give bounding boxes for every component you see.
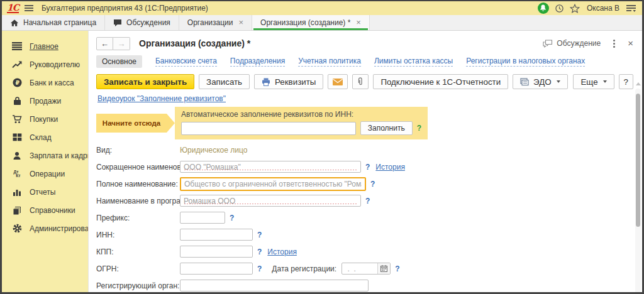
- more-menu-icon[interactable]: [613, 43, 615, 45]
- full-name-input[interactable]: [180, 177, 366, 191]
- field-label-prefix: Префикс:: [96, 214, 180, 222]
- requisites-button[interactable]: Реквизиты: [254, 74, 323, 89]
- field-label-vid: Вид:: [96, 146, 180, 155]
- inn-autofill-label: Автоматическое заполнение реквизитов по …: [181, 110, 421, 119]
- kpp-input[interactable]: [180, 246, 253, 258]
- tab-home[interactable]: Начальная страница: [2, 15, 105, 30]
- sidebar-item-salary-hr[interactable]: Зарплата и кадры: [11, 146, 88, 165]
- books-icon: [11, 206, 23, 215]
- title-bar: 1С Бухгалтерия предприятия 43 (1С:Предпр…: [2, 1, 642, 15]
- sidebar-item-label: Зарплата и кадры: [30, 151, 92, 160]
- help-icon[interactable]: ?: [365, 163, 370, 172]
- tab-organizations[interactable]: Организации ×: [179, 15, 252, 30]
- short-name-history-link[interactable]: История: [375, 163, 405, 172]
- inn-input[interactable]: [180, 229, 253, 241]
- field-label-inn: ИНН:: [96, 231, 180, 239]
- program-name-input[interactable]: [180, 195, 361, 207]
- nav-tab-bank-accounts[interactable]: Банковские счета: [155, 57, 217, 67]
- field-label-ogrn: ОГРН:: [96, 264, 180, 273]
- scrollbar-thumb[interactable]: [636, 94, 640, 227]
- history-icon[interactable]: [555, 4, 564, 13]
- sidebar-item-reports[interactable]: Отчеты: [11, 183, 88, 201]
- tab-label: Обсуждения: [126, 18, 170, 27]
- chat-icon: [113, 19, 122, 27]
- svg-text:₽: ₽: [15, 79, 19, 86]
- close-icon[interactable]: ×: [356, 19, 361, 26]
- organization-form: ← → Организация (создание) * Обсуждение …: [88, 31, 642, 294]
- fill-button[interactable]: Заполнить: [360, 121, 413, 135]
- reg-organ-input[interactable]: [180, 280, 369, 291]
- field-label-short-name: Сокращенное наименование:: [96, 163, 180, 172]
- tab-label: Начальная страница: [23, 18, 96, 27]
- edo-label: ЭДО: [533, 77, 552, 87]
- person-icon: [11, 151, 23, 160]
- more-label: Еще: [580, 77, 597, 87]
- sidebar-item-main[interactable]: Главное: [11, 37, 88, 55]
- sidebar-item-directories[interactable]: Справочники: [11, 201, 88, 219]
- requisites-label: Реквизиты: [275, 77, 316, 87]
- help-button[interactable]: ?: [619, 74, 633, 89]
- help-icon[interactable]: ?: [395, 264, 399, 273]
- notifications-bell-icon[interactable]: [538, 3, 549, 14]
- 1c-logo: 1С: [7, 4, 19, 13]
- sidebar-item-operations[interactable]: Дт Кт Операции: [11, 165, 88, 183]
- help-icon[interactable]: ?: [257, 264, 262, 273]
- help-icon[interactable]: ?: [417, 124, 421, 133]
- nav-tab-cash-limits[interactable]: Лимиты остатка кассы: [374, 57, 453, 67]
- tab-discussions[interactable]: Обсуждения: [105, 15, 179, 30]
- sidebar-item-label: Покупки: [30, 115, 58, 124]
- service-menu-icon[interactable]: [626, 4, 636, 13]
- forward-button[interactable]: →: [113, 37, 130, 50]
- nav-tab-main[interactable]: Основное: [96, 55, 142, 68]
- more-button[interactable]: Еще: [573, 74, 614, 89]
- short-name-input[interactable]: [180, 161, 361, 173]
- paperclip-icon: [357, 77, 364, 86]
- help-icon[interactable]: ?: [257, 231, 262, 239]
- prefix-input[interactable]: [180, 212, 225, 224]
- sidebar-item-sales[interactable]: Продажи: [11, 92, 88, 110]
- favorites-star-icon[interactable]: [570, 4, 580, 13]
- sidebar-item-bank-cash[interactable]: ₽ Банк и касса: [11, 74, 88, 92]
- nav-tab-departments[interactable]: Подразделения: [230, 57, 285, 67]
- attachments-button[interactable]: [352, 74, 369, 89]
- sidebar-item-purchases[interactable]: Покупки: [11, 110, 88, 128]
- field-label-reg-organ: Регистрирующий орган:: [96, 281, 180, 290]
- sidebar-item-administration[interactable]: Администрирование: [11, 219, 88, 237]
- kpp-history-link[interactable]: История: [267, 248, 297, 256]
- main-menu-icon[interactable]: [25, 4, 33, 12]
- edo-button[interactable]: ЭДО: [513, 74, 568, 89]
- scroll-up-icon[interactable]: [636, 82, 641, 85]
- help-icon[interactable]: ?: [365, 197, 370, 205]
- window-title: Бухгалтерия предприятия 43 (1С:Предприят…: [42, 4, 208, 13]
- back-button[interactable]: ←: [96, 37, 113, 50]
- sidebar-item-warehouse[interactable]: Склад: [11, 128, 88, 146]
- reg-date-input[interactable]: [342, 264, 377, 273]
- ogrn-input[interactable]: [180, 263, 253, 275]
- close-form-icon[interactable]: ×: [628, 40, 633, 47]
- nav-tab-tax-registrations[interactable]: Регистрации в налоговых органах: [466, 57, 585, 67]
- help-icon[interactable]: ?: [257, 248, 262, 256]
- inn-autofill-input[interactable]: [181, 122, 356, 135]
- vertical-scrollbar[interactable]: [635, 89, 641, 294]
- tab-organization-create[interactable]: Организация (создание) * ×: [252, 15, 370, 30]
- nav-tab-accounting-policy[interactable]: Учетная политика: [298, 57, 361, 67]
- chevron-down-icon: [557, 80, 560, 83]
- video-tutorial-link[interactable]: Видеоурок "Заполнение реквизитов": [97, 94, 226, 103]
- reg-date-field: [341, 263, 391, 275]
- current-user[interactable]: Оксана В: [587, 4, 619, 13]
- discussion-link[interactable]: Обсуждение: [543, 39, 601, 48]
- sidebar-item-manager[interactable]: Руководителю: [11, 55, 88, 74]
- close-icon[interactable]: ×: [238, 19, 243, 26]
- ruble-circle-icon: ₽: [11, 78, 23, 87]
- help-icon[interactable]: ?: [370, 180, 375, 188]
- sidebar-item-label: Банк и касса: [30, 79, 74, 87]
- field-label-kpp: КПП:: [96, 248, 180, 256]
- save-and-close-button[interactable]: Записать и закрыть: [96, 74, 194, 89]
- send-email-button[interactable]: [328, 74, 348, 89]
- save-button[interactable]: Записать: [199, 74, 250, 89]
- edo-doc-icon: [520, 78, 529, 86]
- help-icon[interactable]: ?: [230, 214, 234, 222]
- gear-icon: [11, 224, 23, 233]
- calendar-icon[interactable]: [377, 263, 390, 274]
- connect-1c-reporting-button[interactable]: Подключение к 1С-Отчетности: [373, 74, 508, 89]
